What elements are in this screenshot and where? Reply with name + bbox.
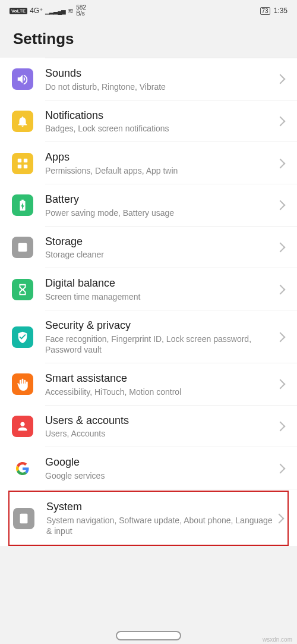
item-desc: Permissions, Default apps, App twin bbox=[45, 165, 274, 176]
chevron-right-icon bbox=[276, 379, 286, 389]
item-title: Digital balance bbox=[45, 277, 274, 290]
apps-icon bbox=[12, 153, 33, 174]
clock: 1:35 bbox=[274, 7, 287, 15]
bell-icon bbox=[12, 111, 33, 132]
settings-item-sounds[interactable]: Sounds Do not disturb, Ringtone, Vibrate bbox=[0, 58, 297, 100]
volte-badge: VoLTE bbox=[10, 8, 27, 14]
svg-rect-3 bbox=[24, 165, 27, 168]
signal-icon: ▁▂▃▄▅ bbox=[45, 8, 65, 14]
item-title: Battery bbox=[45, 193, 274, 206]
svg-rect-2 bbox=[18, 165, 21, 168]
page-title: Settings bbox=[13, 30, 284, 48]
settings-item-users[interactable]: Users & accounts Users, Accounts bbox=[0, 406, 297, 448]
item-title: Storage bbox=[45, 235, 274, 249]
settings-item-google[interactable]: Google Google services bbox=[0, 447, 297, 489]
chevron-right-icon bbox=[276, 422, 286, 432]
item-desc: Accessibility, HiTouch, Motion control bbox=[45, 387, 274, 397]
item-title: Users & accounts bbox=[45, 414, 274, 428]
item-desc: Face recognition, Fingerprint ID, Lock s… bbox=[45, 334, 274, 355]
svg-rect-7 bbox=[20, 249, 26, 250]
settings-item-digital-balance[interactable]: Digital balance Screen time management bbox=[0, 268, 297, 310]
chevron-right-icon bbox=[276, 284, 286, 294]
settings-item-system[interactable]: System System navigation, Software updat… bbox=[8, 491, 289, 546]
google-icon bbox=[12, 458, 33, 479]
chevron-right-icon bbox=[276, 463, 286, 473]
item-desc: Users, Accounts bbox=[45, 428, 274, 439]
page-header: Settings bbox=[0, 19, 297, 58]
settings-item-apps[interactable]: Apps Permissions, Default apps, App twin bbox=[0, 142, 297, 184]
sound-icon bbox=[12, 68, 33, 90]
item-desc: Storage cleaner bbox=[45, 249, 274, 260]
item-desc: Screen time management bbox=[45, 291, 274, 302]
storage-icon bbox=[12, 237, 33, 258]
chevron-right-icon bbox=[276, 332, 286, 342]
item-title: System bbox=[46, 500, 273, 514]
settings-item-security[interactable]: Security & privacy Face recognition, Fin… bbox=[0, 310, 297, 363]
chevron-right-icon bbox=[276, 74, 286, 84]
svg-rect-6 bbox=[20, 247, 26, 248]
item-desc: Power saving mode, Battery usage bbox=[45, 208, 274, 218]
chevron-right-icon bbox=[276, 158, 286, 168]
status-bar: VoLTE 4G⁺ ▁▂▃▄▅ ≋ 582B/s 73 1:35 bbox=[0, 0, 297, 19]
battery-icon bbox=[12, 194, 33, 216]
svg-rect-0 bbox=[18, 158, 21, 162]
hand-icon bbox=[12, 373, 33, 395]
svg-rect-1 bbox=[24, 158, 27, 162]
system-icon bbox=[13, 508, 34, 529]
item-desc: Do not disturb, Ringtone, Vibrate bbox=[45, 81, 274, 92]
item-desc: Google services bbox=[45, 470, 274, 481]
network-type: 4G⁺ bbox=[30, 7, 43, 15]
item-desc: System navigation, Software update, Abou… bbox=[46, 515, 273, 536]
user-icon bbox=[12, 416, 33, 437]
settings-list: Sounds Do not disturb, Ringtone, Vibrate… bbox=[0, 58, 297, 546]
home-indicator[interactable] bbox=[116, 631, 181, 640]
battery-level: 73 bbox=[260, 7, 270, 15]
settings-item-smart-assistance[interactable]: Smart assistance Accessibility, HiTouch,… bbox=[0, 363, 297, 406]
shield-icon bbox=[12, 326, 33, 348]
item-title: Notifications bbox=[45, 109, 274, 122]
item-title: Google bbox=[45, 455, 274, 469]
settings-item-storage[interactable]: Storage Storage cleaner bbox=[0, 227, 297, 269]
item-title: Apps bbox=[45, 150, 274, 164]
chevron-right-icon bbox=[276, 117, 286, 127]
item-title: Security & privacy bbox=[45, 319, 274, 332]
item-desc: Badges, Lock screen notifications bbox=[45, 123, 274, 134]
item-title: Smart assistance bbox=[45, 372, 274, 385]
chevron-right-icon bbox=[274, 513, 285, 523]
hourglass-icon bbox=[12, 279, 33, 300]
watermark: wsxdn.com bbox=[263, 636, 292, 643]
net-speed: 582B/s bbox=[76, 5, 86, 17]
svg-rect-5 bbox=[20, 245, 26, 246]
wifi-icon: ≋ bbox=[68, 7, 74, 15]
settings-item-notifications[interactable]: Notifications Badges, Lock screen notifi… bbox=[0, 100, 297, 143]
item-title: Sounds bbox=[45, 67, 274, 80]
settings-item-battery[interactable]: Battery Power saving mode, Battery usage bbox=[0, 184, 297, 227]
chevron-right-icon bbox=[276, 243, 286, 253]
svg-rect-9 bbox=[22, 516, 26, 521]
chevron-right-icon bbox=[276, 200, 286, 211]
